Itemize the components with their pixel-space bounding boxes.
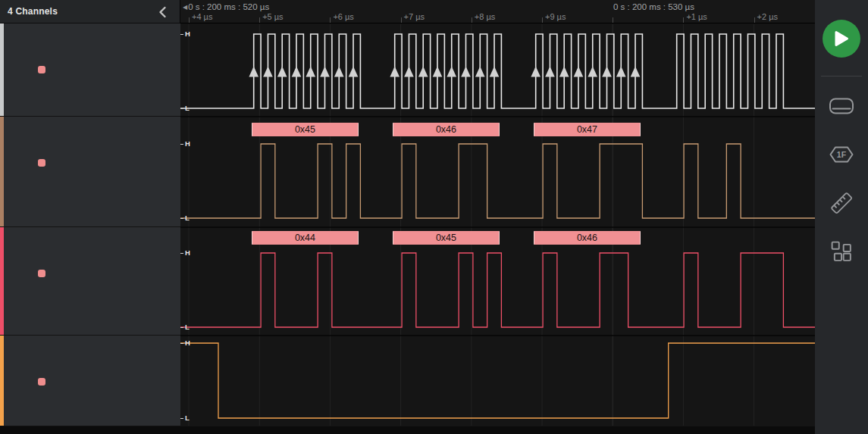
- channel-row-3[interactable]: [0, 336, 180, 426]
- timeline-tick-mark: [472, 17, 472, 23]
- clock-rising-edge-arrow: [320, 67, 330, 77]
- spi-mosi-annotation: 0x44: [252, 231, 359, 245]
- channel-row-2[interactable]: [0, 227, 180, 336]
- device-icon: [828, 95, 855, 117]
- spi-miso-annotation: 0x47: [534, 123, 641, 136]
- clock-rising-edge-arrow: [418, 67, 428, 77]
- clock-rising-edge-arrow: [531, 67, 541, 77]
- level-marker-low: L: [185, 323, 190, 331]
- measure-ruler-icon: [829, 190, 854, 216]
- channel-color-strip: [0, 336, 4, 426]
- clock-rising-edge-arrow: [263, 67, 273, 77]
- timeline-tick-label: +5 µs: [262, 12, 283, 21]
- clock-rising-edge-arrow: [334, 67, 344, 77]
- clock-rising-edge-arrow: [404, 67, 414, 77]
- level-dash: [180, 253, 183, 254]
- channel-row-0[interactable]: [0, 23, 180, 117]
- timeline-tick-mark: [613, 17, 613, 23]
- clock-rising-edge-arrow: [349, 67, 359, 77]
- analyzer-color-icon: [38, 378, 45, 386]
- level-dash: [180, 418, 183, 419]
- clock-rising-edge-arrow: [631, 67, 641, 77]
- analyzer-color-icon: [38, 66, 45, 73]
- channel-count-title: 4 Channels: [8, 6, 58, 17]
- clock-rising-edge-arrow: [616, 67, 626, 77]
- clock-rising-edge-arrow: [602, 67, 612, 77]
- collapse-sidebar-button[interactable]: [155, 5, 171, 20]
- sidebar-header: 4 Channels: [0, 0, 180, 23]
- spi-clock-trace: [180, 34, 815, 108]
- clock-rising-edge-arrow: [249, 67, 259, 77]
- measurements-button[interactable]: [826, 188, 857, 218]
- timeline-tick-label: +7 µs: [404, 12, 425, 21]
- timeline-tick-label: +9 µs: [545, 12, 566, 21]
- toolbar-divider: [821, 76, 862, 76]
- logic-analyzer-app: 0x450x460x470x440x450x46 HLHLHLHL +4 µs+…: [0, 0, 868, 434]
- timeline-ruler[interactable]: +4 µs+5 µs+6 µs+7 µs+8 µs+9 µs+1 µs+2 µs…: [180, 0, 815, 23]
- analyzer-color-icon: [38, 270, 45, 277]
- level-dash: [180, 34, 183, 35]
- timeline-tick-label: +6 µs: [333, 12, 353, 21]
- timeline-tick-mark: [542, 17, 543, 23]
- clock-rising-edge-arrow: [390, 67, 400, 77]
- spi-enable-trace: [180, 343, 815, 418]
- protocol-analyzer-icon: 1F: [829, 144, 854, 165]
- clock-rising-edge-arrow: [545, 67, 555, 77]
- spi-miso-annotation: 0x45: [252, 123, 359, 136]
- clock-rising-edge-arrow: [277, 67, 287, 77]
- clock-rising-edge-arrow: [447, 67, 456, 77]
- level-marker-low: L: [185, 104, 190, 112]
- analyzers-button[interactable]: 1F: [826, 139, 857, 170]
- right-toolbar: 1F: [815, 0, 868, 434]
- clock-rising-edge-arrow: [306, 67, 315, 77]
- clock-rising-edge-arrow: [588, 67, 597, 77]
- clock-rising-edge-arrow: [574, 67, 584, 77]
- timeline-tick-label: +8 µs: [475, 12, 495, 21]
- timeline-tick-label: +2 µs: [757, 12, 778, 21]
- channel-color-strip: [0, 23, 4, 116]
- spi-miso-trace: [180, 144, 815, 218]
- timeline-tick-mark: [189, 17, 190, 23]
- clock-rising-edge-arrow: [433, 67, 443, 77]
- level-marker-high: H: [185, 339, 190, 347]
- level-dash: [180, 144, 183, 145]
- level-marker-high: H: [185, 248, 190, 257]
- clock-rising-edge-arrow: [292, 67, 302, 77]
- spi-mosi-annotation: 0x45: [393, 231, 500, 245]
- horizontal-scrollbar-track[interactable]: [0, 426, 815, 434]
- clock-rising-edge-arrow: [490, 67, 500, 77]
- extensions-icon: [831, 241, 852, 262]
- level-dash: [180, 218, 183, 219]
- chevron-left-icon: [155, 5, 171, 20]
- timeline-tick-mark: [683, 17, 684, 23]
- analyzer-color-icon: [38, 159, 45, 167]
- waveform-canvas[interactable]: [180, 0, 815, 426]
- timeline-absolute-time: ◀0 s : 200 ms : 520 µs: [183, 2, 269, 11]
- spi-miso-annotation: 0x46: [393, 123, 500, 136]
- timeline-tick-label: +4 µs: [192, 12, 212, 21]
- level-dash: [180, 327, 183, 328]
- level-dash: [180, 343, 183, 344]
- protocol-badge-text: 1F: [837, 150, 847, 159]
- level-marker-low: L: [185, 214, 190, 222]
- timeline-absolute-time: 0 s : 200 ms : 530 µs: [613, 2, 694, 11]
- channel-row-1[interactable]: [0, 117, 180, 227]
- channel-sidebar: 4 Channels: [0, 0, 180, 426]
- extensions-button[interactable]: [826, 236, 857, 267]
- clock-rising-edge-arrow: [461, 67, 471, 77]
- timeline-tick-mark: [754, 17, 755, 23]
- clock-rising-edge-arrow: [559, 67, 569, 77]
- channel-color-strip: [0, 227, 4, 335]
- level-marker-high: H: [185, 30, 190, 38]
- clock-rising-edge-arrow: [475, 67, 485, 77]
- spi-mosi-annotation: 0x46: [534, 231, 641, 245]
- level-marker-high: H: [185, 139, 190, 148]
- timeline-tick-mark: [259, 17, 260, 23]
- timeline-tick-label: +1 µs: [686, 12, 707, 21]
- timeline-tick-mark: [330, 17, 331, 23]
- level-marker-low: L: [185, 414, 190, 422]
- channel-color-strip: [0, 117, 4, 226]
- start-capture-button[interactable]: [823, 20, 860, 58]
- device-settings-button[interactable]: [826, 91, 857, 121]
- timeline-tick-mark: [401, 17, 402, 23]
